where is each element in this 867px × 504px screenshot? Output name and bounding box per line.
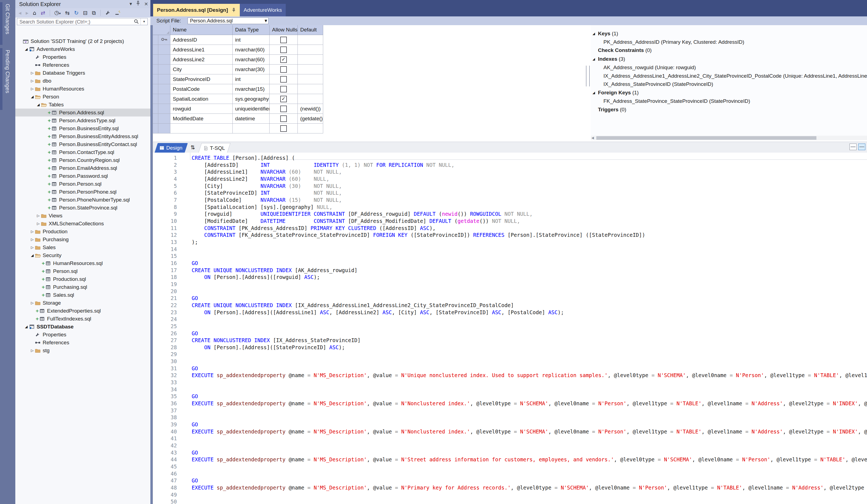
tree-expander-icon[interactable]: ▷	[35, 222, 41, 226]
cell-allow-nulls[interactable]	[270, 74, 298, 84]
tree-item-humanresources-sql[interactable]: +HumanResources.sql	[15, 259, 150, 267]
cell-name[interactable]: AddressLine1	[170, 45, 233, 55]
cell-name[interactable]: AddressLine2	[170, 55, 233, 65]
tree-item-person-businessentity-sql[interactable]: +Person.BusinessEntity.sql	[15, 125, 150, 132]
tree-expander-icon[interactable]: ▷	[30, 237, 35, 242]
cell-data-type[interactable]	[233, 124, 270, 133]
sync-active-document-icon[interactable]: ⇄	[41, 10, 45, 15]
column-header-allow-nulls[interactable]: Allow Nulls	[270, 25, 298, 35]
tree-item-person-countryregion-sql[interactable]: +Person.CountryRegion.sql	[15, 156, 150, 164]
allow-nulls-checkbox[interactable]	[280, 66, 287, 73]
item-ak-address-rowguid[interactable]: AK_Address_rowguid (Unique: rowguid)	[591, 65, 867, 72]
tree-item-person-addresstype-sql[interactable]: +Person.AddressType.sql	[15, 117, 150, 125]
cell-allow-nulls[interactable]	[270, 35, 298, 45]
row-selector[interactable]	[153, 104, 158, 114]
tree-item-person-person-sql[interactable]: +Person.Person.sql	[15, 180, 150, 188]
allow-nulls-checkbox[interactable]	[280, 115, 287, 122]
cell-data-type[interactable]: sys.geography	[233, 94, 270, 104]
window-menu-icon[interactable]: ▾	[130, 1, 132, 7]
vertical-tab-pending-changes[interactable]: Pending Changes	[0, 48, 15, 110]
row-selector[interactable]	[153, 84, 158, 94]
cell-data-type[interactable]: uniqueidentifier	[233, 104, 270, 114]
tree-item-person-phonenumbertype-sql[interactable]: +Person.PhoneNumberType.sql	[15, 196, 150, 204]
cell-name[interactable]: ModifiedDate	[170, 114, 233, 124]
row-selector[interactable]	[153, 124, 158, 133]
close-icon[interactable]: ×	[144, 1, 148, 7]
row-selector[interactable]	[153, 45, 158, 55]
cell-data-type[interactable]: datetime	[233, 114, 270, 124]
tree-item-person-password-sql[interactable]: +Person.Password.sql	[15, 172, 150, 180]
search-icon[interactable]	[134, 19, 139, 24]
cell-data-type[interactable]: int	[233, 74, 270, 84]
tree-expander-icon[interactable]: ▷	[30, 229, 35, 234]
cell-name[interactable]: City	[170, 65, 233, 74]
cell-data-type[interactable]: nvarchar(30)	[233, 65, 270, 74]
tsql-code-editor[interactable]: 1CREATE TABLE [Person].[Address] (2 [Add…	[152, 153, 867, 504]
back-icon[interactable]: ◂	[19, 10, 21, 15]
tree-item-tables[interactable]: ◢Tables	[15, 101, 150, 109]
cell-default[interactable]	[298, 35, 323, 45]
swap-panes-icon[interactable]: ⇅	[191, 144, 195, 151]
tree-item-production-sql[interactable]: +Production.sql	[15, 275, 150, 283]
tree-item-person-stateprovince-sql[interactable]: +Person.StateProvince.sql	[15, 204, 150, 212]
tree-item-views[interactable]: ▷Views	[15, 212, 150, 219]
tab-design[interactable]: Design	[154, 143, 188, 153]
tree-item-properties[interactable]: Properties	[15, 53, 150, 61]
compare-icon[interactable]: ⇆	[65, 10, 70, 15]
cell-allow-nulls[interactable]: ✓	[270, 94, 298, 104]
cell-default[interactable]: (getdate())	[298, 114, 323, 124]
item-ix-address-stateprovinceid[interactable]: IX_Address_StateProvinceID (StateProvinc…	[591, 81, 867, 88]
cell-data-type[interactable]: nvarchar(15)	[233, 84, 270, 94]
row-selector[interactable]	[153, 94, 158, 104]
tree-item-fulltextindexes-sql[interactable]: +FullTextIndexes.sql	[15, 315, 150, 323]
scroll-left-arrow[interactable]: ◀	[591, 136, 594, 140]
cell-default[interactable]	[298, 65, 323, 74]
cell-default[interactable]: (newid())	[298, 104, 323, 114]
cell-name[interactable]: AddressID	[170, 35, 233, 45]
show-all-files-icon[interactable]: ⧉	[92, 10, 96, 15]
cell-allow-nulls[interactable]	[270, 114, 298, 124]
cell-name[interactable]	[170, 124, 233, 133]
cell-default[interactable]	[298, 55, 323, 65]
tree-item-person-address-sql[interactable]: +Person.Address.sql	[15, 109, 150, 117]
tree-expander-icon[interactable]: ▷	[30, 87, 35, 91]
tree-item-production[interactable]: ▷Production	[15, 227, 150, 235]
cell-name[interactable]: PostalCode	[170, 84, 233, 94]
tree-item-extendedproperties-sql[interactable]: +ExtendedProperties.sql	[15, 307, 150, 315]
cell-name[interactable]: StateProvinceID	[170, 74, 233, 84]
tab-person-address-design[interactable]: Person.Address.sql [Design] ×	[153, 4, 247, 17]
tree-expander-icon[interactable]: ▷	[35, 214, 41, 218]
row-selector[interactable]	[153, 74, 158, 84]
cell-data-type[interactable]: nvarchar(60)	[233, 45, 270, 55]
cell-name[interactable]: SpatialLocation	[170, 94, 233, 104]
tree-item-purchasing-sql[interactable]: +Purchasing.sql	[15, 283, 150, 291]
item-fk-address-stateprovince-stateprovinceid[interactable]: FK_Address_StateProvince_StateProvinceID…	[591, 98, 867, 105]
tree-expander-icon[interactable]: ▷	[30, 79, 35, 83]
cell-allow-nulls[interactable]: ✓	[270, 55, 298, 65]
tree-item-ssdtdatabase[interactable]: ◢SSDTDatabase	[15, 323, 150, 331]
pin-icon[interactable]	[232, 8, 236, 12]
vertical-tab-git-changes[interactable]: Git Changes	[0, 2, 15, 45]
tree-expander-icon[interactable]: ◢	[23, 325, 29, 329]
item-pk-address-addressid[interactable]: PK_Address_AddressID (Primary Key, Clust…	[591, 39, 867, 46]
allow-nulls-checkbox[interactable]	[280, 37, 287, 43]
allow-nulls-checkbox[interactable]	[280, 76, 287, 83]
tree-item-security[interactable]: ◢Security	[15, 251, 150, 259]
tree-item-sales-sql[interactable]: +Sales.sql	[15, 291, 150, 299]
tree-item-stg[interactable]: ▷stg	[15, 346, 150, 354]
search-input[interactable]: Search Solution Explorer (Ctrl+;) ▾	[17, 18, 148, 25]
tree-item-person-sql[interactable]: +Person.sql	[15, 267, 150, 275]
tree-expander-icon[interactable]: ▷	[30, 71, 35, 75]
designer-splitter[interactable]	[586, 66, 590, 86]
row-selector[interactable]	[153, 55, 158, 65]
item-ix-address-addressline1-addressline2-city-stateprovinceid-postalcode[interactable]: IX_Address_AddressLine1_AddressLine2_Cit…	[591, 73, 867, 80]
column-header-default[interactable]: Default	[298, 25, 323, 35]
tab-adventureworks[interactable]: AdventureWorks	[240, 4, 286, 17]
tree-expander-icon[interactable]: ▷	[30, 245, 35, 249]
tree-item-humanresources[interactable]: ▷HumanResources	[15, 85, 150, 93]
tree-expander-icon[interactable]: ▷	[30, 301, 35, 305]
column-header-data-type[interactable]: Data Type	[233, 25, 270, 35]
cell-default[interactable]	[298, 94, 323, 104]
row-selector[interactable]	[153, 35, 158, 45]
cell-name[interactable]: rowguid	[170, 104, 233, 114]
